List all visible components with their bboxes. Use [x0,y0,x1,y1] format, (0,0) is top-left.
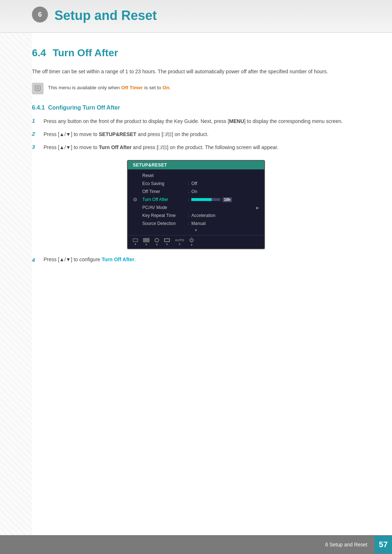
page-title: Setup and Reset [54,8,157,23]
menu-item-sourcedet-value: Manual [191,221,205,226]
menu-item-reset: Reset [128,172,264,180]
left-accent-decoration [0,0,32,535]
footer-chapter-label: 6 Setup and Reset [325,542,367,547]
step-number-1: 1 [32,118,39,124]
menu-item-key-repeat: Key Repeat Time : Acceleration [128,212,264,219]
bottom-icon-4: ▼ [164,238,170,246]
note-box: This menu is available only when Off Tim… [32,83,360,94]
step-1: 1 Press any button on the front of the p… [32,118,360,126]
footer-page-number: 57 [375,536,392,553]
bottom-icon-1: ▼ [133,238,138,246]
step-number-3: 3 [32,144,39,150]
section-title: Turn Off After [53,47,118,59]
arrow-right-icon: ▶ [256,206,259,210]
menu-item-eco-saving: Eco Saving : Off [128,180,264,188]
section-number: 6.4 [32,47,46,59]
menu-header: SETUP&RESET [128,161,264,169]
menu-item-offtimer-value: On [191,189,197,194]
step-text-3: Press [▲/▼] to move to Turn Off After an… [44,144,278,152]
step-3: 3 Press [▲/▼] to move to Turn Off After … [32,144,360,152]
menu-item-off-timer: Off Timer : On [128,188,264,196]
menu-item-keyrepeat-label: Key Repeat Time [142,213,186,218]
progress-bar [191,198,220,201]
note-icon [32,83,44,94]
chapter-number: 6 [32,7,48,22]
menu-screenshot: SETUP&RESET Reset Eco Saving : Off Off T… [127,160,265,249]
menu-item-eco-value: Off [191,181,197,186]
menu-item-turnoffafter-label: Turn Off After [142,197,186,202]
step-2: 2 Press [▲/▼] to move to SETUP&RESET and… [32,131,360,139]
progress-value: 10h [222,197,232,202]
bottom-icon-power: ⏻ ▼ [189,237,194,247]
steps-list: 1 Press any button on the front of the p… [32,118,360,151]
menu-item-keyrepeat-value: Acceleration [191,213,215,218]
menu-body: Reset Eco Saving : Off Off Timer : On ⚙ … [128,169,264,235]
footer: 6 Setup and Reset 57 [0,535,392,554]
menu-item-turn-off-after: ⚙ Turn Off After : 10h [128,196,264,204]
menu-item-pcav-label: PC/AV Mode [142,205,186,210]
subsection-heading: 6.4.1 Configuring Turn Off After [32,104,360,111]
section-description: The off timer can be set within a range … [32,67,360,75]
menu-item-source-detection: Source Detection : Manual [128,219,264,227]
menu-item-eco-label: Eco Saving [142,181,186,186]
bottom-icon-2: ▼ [143,238,150,246]
progress-bar-container: 10h [191,197,232,202]
menu-bottom-bar: ▼ ▼ ▼ ▼ AUTO ▼ ⏻ ▼ [128,235,264,249]
gear-icon: ⚙ [133,197,138,202]
step-text-4: Press [▲/▼] to configure Turn Off After. [44,256,136,264]
menu-item-sourcedet-label: Source Detection [142,221,186,226]
header-stripe: 6 Setup and Reset [0,0,392,33]
bottom-icon-auto: AUTO ▼ [175,238,184,246]
step-number-2: 2 [32,131,39,137]
main-content: 6.4 Turn Off After The off timer can be … [32,33,360,270]
menu-item-offtimer-label: Off Timer [142,189,186,194]
step-text-1: Press any button on the front of the pro… [44,118,343,126]
section-heading: 6.4 Turn Off After [32,47,360,59]
menu-item-pcav-mode: PC/AV Mode ▶ [128,204,264,212]
step-number-4: 4 [32,256,39,264]
progress-fill [191,198,212,201]
step-4: 4 Press [▲/▼] to configure Turn Off Afte… [32,256,360,264]
bottom-icon-3: ▼ [155,238,159,246]
menu-item-reset-label: Reset [142,173,186,178]
note-text: This menu is available only when Off Tim… [48,83,171,91]
step-text-2: Press [▲/▼] to move to SETUP&RESET and p… [44,131,208,139]
